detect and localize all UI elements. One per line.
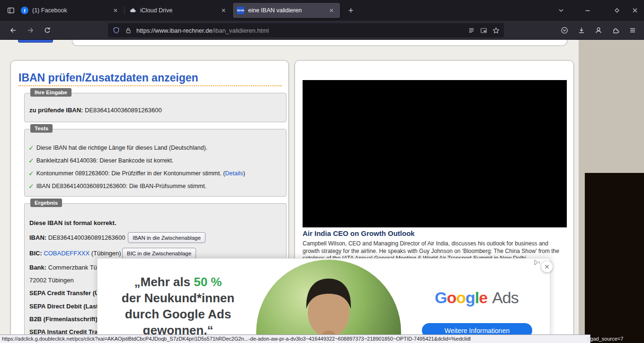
maximize-icon	[614, 7, 620, 14]
test-result: Bankleitzahl 64140036: Dieser Bankcode i…	[36, 157, 174, 164]
window-maximize-button[interactable]	[610, 3, 624, 18]
iban-input-value: DE83641400360891263600	[85, 107, 162, 114]
google-ads-banner[interactable]: „Mehr als 50 % der Neukund*innen durch G…	[97, 258, 550, 343]
check-icon: ✓	[28, 182, 34, 190]
chevron-down-icon	[558, 7, 564, 14]
ad-quote-highlight: 50 %	[194, 275, 222, 289]
account-icon	[595, 27, 602, 34]
page-viewport: IBAN prüfen/Zusatzdaten anzeigen Ihre Ei…	[0, 40, 644, 343]
account-button[interactable]	[591, 23, 606, 38]
fieldset-legend-input: Ihre Eingabe	[30, 88, 72, 97]
check-icon: ✓	[28, 170, 34, 177]
iban-input-label: zu prüfende IBAN:	[29, 107, 83, 114]
fieldset-legend-result: Ergebnis	[30, 199, 62, 207]
google-ads-logo-ads: Ads	[492, 289, 519, 307]
result-row-label: B2B (Firmenlastschrift)	[29, 316, 98, 323]
test-result: Kontonummer 0891263600: Die Prüfziffer i…	[36, 170, 225, 177]
url-bar[interactable]: https://www.iban-rechner.de/iban_validie…	[108, 23, 504, 37]
copy-bic-button[interactable]: BIC in die Zwischenablage	[122, 248, 196, 259]
pocket-button[interactable]	[557, 23, 572, 38]
url-path: /iban_validieren.html	[212, 27, 268, 34]
tab-facebook[interactable]: f (1) Facebook	[17, 3, 124, 18]
facebook-icon: f	[21, 7, 28, 14]
puzzle-icon	[612, 27, 619, 34]
result-row-label: SEPA Credit Transfer (Ü	[29, 289, 99, 297]
list-all-tabs-button[interactable]	[554, 3, 568, 18]
page-title: IBAN prüfen/Zusatzdaten anzeigen	[18, 72, 282, 86]
navigation-toolbar: https://www.iban-rechner.de/iban_validie…	[0, 21, 644, 40]
iban-form-bottom-partial	[72, 40, 567, 46]
tab-title: eine IBAN validieren	[248, 7, 327, 14]
bic-suffix: (Tübingen)	[91, 250, 121, 257]
ad-person-photo	[256, 260, 401, 343]
url-text: https://www.iban-rechner.de/iban_validie…	[134, 27, 465, 34]
check-icon: ✓	[28, 157, 34, 164]
tab-icloud[interactable]: iCloud Drive	[125, 3, 232, 18]
new-tab-button[interactable]	[344, 3, 358, 18]
window-minimize-button[interactable]	[581, 3, 595, 18]
reader-mode-icon[interactable]	[465, 24, 477, 36]
back-arrow-icon	[9, 27, 17, 34]
adchoices-icon[interactable]	[534, 259, 542, 266]
browser-window: f (1) Facebook iCloud Drive IBAN eine IB…	[0, 0, 644, 343]
reload-button[interactable]	[40, 23, 55, 38]
downloads-button[interactable]	[574, 23, 589, 38]
result-row-label: SEPA Direct Debit (Last	[29, 303, 98, 310]
download-icon	[578, 27, 585, 34]
bank-label: Bank:	[29, 264, 46, 271]
minimize-icon	[584, 7, 591, 14]
tab-close-icon[interactable]	[219, 6, 228, 15]
status-bar-overflow: &gad_source=7	[587, 335, 623, 343]
test-result-suffix: )	[243, 170, 245, 177]
tab-title: (1) Facebook	[32, 7, 111, 14]
menu-button[interactable]	[625, 23, 640, 38]
extensions-button[interactable]	[608, 23, 623, 38]
pocket-icon	[561, 27, 568, 34]
iban-result-label: IBAN:	[29, 234, 46, 241]
tab-close-icon[interactable]	[327, 6, 336, 15]
bic-label: BIC:	[29, 250, 42, 257]
lock-icon[interactable]	[122, 24, 134, 36]
reload-icon	[44, 27, 51, 34]
fieldset-legend-tests: Tests	[30, 124, 53, 133]
window-close-button[interactable]	[628, 3, 642, 18]
forward-button[interactable]	[23, 23, 38, 38]
tab-close-icon[interactable]	[111, 6, 120, 15]
google-ads-logo-letters: Google	[435, 289, 487, 307]
side-ad-placeholder[interactable]	[585, 173, 644, 343]
input-fieldset: Ihre Eingabe zu prüfende IBAN: DE8364140…	[24, 93, 286, 122]
url-host: https://www.iban-rechner.de	[136, 27, 212, 34]
tab-iban-validator[interactable]: IBAN eine IBAN validieren	[233, 3, 340, 18]
submit-button-partial[interactable]	[18, 40, 53, 43]
hamburger-menu-icon	[629, 27, 636, 34]
forward-arrow-icon	[27, 27, 34, 34]
picture-in-picture-icon[interactable]	[477, 24, 490, 36]
bank-value: Commerzbank Tüb	[48, 264, 100, 271]
copy-iban-button[interactable]: IBAN in die Zwischenablage	[128, 232, 206, 243]
status-bar: https://adclick.g.doubleclick.net/pcs/cl…	[0, 334, 590, 343]
test-result: Diese IBAN hat die richtige Länge für di…	[36, 144, 207, 151]
tests-fieldset: Tests ✓Diese IBAN hat die richtige Länge…	[24, 129, 286, 197]
iban-site-icon: IBAN	[237, 7, 244, 14]
check-icon: ✓	[28, 144, 34, 152]
tab-separator	[124, 6, 125, 15]
video-title[interactable]: Air India CEO on Growth Outlook	[303, 229, 566, 237]
bic-link[interactable]: COBADEFFXXX	[44, 250, 89, 257]
tab-bar: f (1) Facebook iCloud Drive IBAN eine IB…	[0, 0, 644, 21]
status-link-url: https://adclick.g.doubleclick.net/pcs/cl…	[2, 336, 471, 342]
test-result: IBAN DE83641400360891263600: Die IBAN-Pr…	[36, 183, 206, 190]
back-button[interactable]	[6, 23, 21, 38]
video-player[interactable]	[303, 80, 567, 227]
close-icon	[632, 7, 638, 14]
details-link[interactable]: Details	[225, 170, 243, 177]
result-status: Diese IBAN ist formal korrekt.	[29, 219, 116, 226]
tracking-shield-icon[interactable]	[110, 24, 122, 36]
tab-title: iCloud Drive	[140, 7, 219, 14]
bank-city: 72002 Tübingen	[29, 277, 74, 284]
firefox-view-icon	[7, 7, 15, 14]
firefox-view-button[interactable]	[4, 3, 18, 18]
google-ads-logo: GoogleAds	[435, 289, 519, 307]
ad-close-button[interactable]	[541, 261, 553, 272]
ad-quote: „Mehr als 50 % der Neukund*innen durch G…	[109, 274, 247, 338]
bookmark-star-icon[interactable]	[490, 24, 502, 36]
